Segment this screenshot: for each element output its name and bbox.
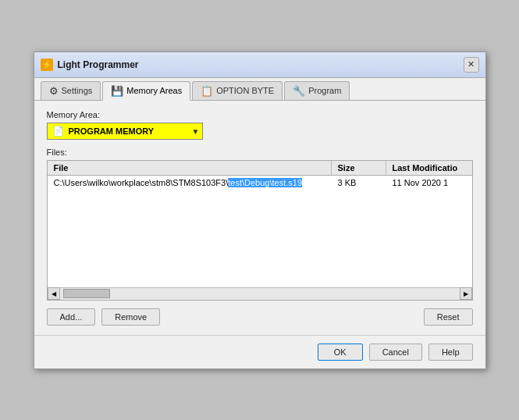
scroll-thumb[interactable] [63,289,110,298]
tab-memory-areas[interactable]: 💾 Memory Areas [102,81,190,101]
tab-option-byte-label: OPTION BYTE [216,86,274,95]
tab-settings-label: Settings [62,86,93,95]
program-icon: 🔧 [293,85,305,97]
tab-option-byte[interactable]: 📋 OPTION BYTE [192,81,283,100]
window-title: Light Programmer [58,59,139,70]
col-header-size: Size [332,161,386,175]
tab-settings[interactable]: ⚙ Settings [41,81,101,100]
memory-area-dropdown-wrapper[interactable]: 📄 PROGRAM MEMORY ▼ [47,123,203,140]
tab-program[interactable]: 🔧 Program [284,81,350,100]
col-header-file: File [48,161,332,175]
chevron-down-icon: ▼ [192,126,200,135]
file-path-prefix: C:\Users\wilko\workplace\stm8\STM8S103F3… [54,178,229,187]
col-header-modified: Last Modificatio [386,161,472,175]
scroll-right-arrow[interactable]: ▶ [460,287,472,300]
main-window: ⚡ Light Programmer ✕ ⚙ Settings 💾 Memory… [34,52,486,369]
close-button[interactable]: ✕ [464,57,479,73]
dropdown-value: PROGRAM MEMORY [69,126,155,136]
ok-button[interactable]: OK [318,343,363,361]
tab-memory-areas-label: Memory Areas [126,86,182,95]
action-buttons: Add... Remove Reset [47,308,473,326]
file-table: File Size Last Modificatio C:\Users\wilk… [47,160,473,301]
tab-content: Memory Area: 📄 PROGRAM MEMORY ▼ Files: F… [34,101,485,335]
cancel-button[interactable]: Cancel [369,343,422,361]
memory-areas-icon: 💾 [111,85,123,97]
file-size: 3 KB [332,176,386,190]
settings-icon: ⚙ [49,85,59,97]
table-body: C:\Users\wilko\workplace\stm8\STM8S103F3… [48,176,472,287]
bottom-bar: OK Cancel Help [34,335,485,368]
memory-area-dropdown[interactable]: 📄 PROGRAM MEMORY [47,123,203,140]
title-bar-left: ⚡ Light Programmer [41,59,139,71]
reset-button[interactable]: Reset [424,308,473,326]
files-label: Files: [47,148,473,157]
help-button[interactable]: Help [428,343,473,361]
option-byte-icon: 📋 [201,85,213,97]
remove-button[interactable]: Remove [101,308,160,326]
title-bar: ⚡ Light Programmer ✕ [34,52,485,78]
scroll-left-arrow[interactable]: ◀ [48,287,60,300]
file-path: C:\Users\wilko\workplace\stm8\STM8S103F3… [48,176,332,190]
tab-bar: ⚙ Settings 💾 Memory Areas 📋 OPTION BYTE … [34,78,485,101]
memory-area-label: Memory Area: [47,110,473,119]
horizontal-scrollbar[interactable]: ◀ ▶ [48,287,472,300]
file-path-highlight: test\Debug\test.s19 [228,178,302,187]
table-header: File Size Last Modificatio [48,161,472,176]
file-modified: 11 Nov 2020 1 [386,176,472,190]
app-icon: ⚡ [41,59,53,71]
scroll-track[interactable] [60,288,460,300]
dropdown-file-icon: 📄 [52,126,64,137]
table-row[interactable]: C:\Users\wilko\workplace\stm8\STM8S103F3… [48,176,472,190]
add-button[interactable]: Add... [47,308,96,326]
tab-program-label: Program [308,86,341,95]
